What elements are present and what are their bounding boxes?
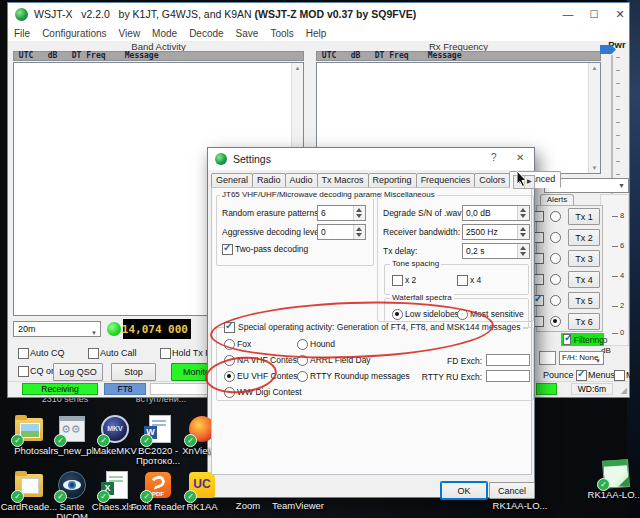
rx-bandwidth-spinner[interactable]: 2500 Hz — [462, 224, 530, 240]
log-qso-button[interactable]: Log QSO — [53, 363, 103, 381]
desktop-icon-label-rk1aa-log[interactable]: RK1AA-LO... — [490, 500, 550, 511]
menu-mode[interactable]: Mode — [146, 28, 183, 39]
tab-frequencies[interactable]: Frequencies — [416, 173, 476, 188]
sync-check-badge: ✓ — [184, 434, 197, 447]
random-erasure-spinner[interactable]: 6 — [317, 205, 366, 221]
eye-viewer-icon: ✓ — [57, 470, 87, 500]
frequency-display[interactable]: 14,074 000 — [123, 319, 191, 339]
desktop-icon-rk1aa-log-notepad[interactable]: ✓ RK1AA-LO... — [586, 458, 640, 500]
tx2-button[interactable]: Tx 2 — [568, 229, 600, 246]
desktop-icon-rk1aa-uc[interactable]: UC ✓ RK1AA — [173, 470, 231, 512]
menu-file[interactable]: File — [8, 28, 36, 39]
title-bar[interactable]: WSJT-X v2.2.0 by K1JT, G4WJS, and K9AN (… — [8, 3, 629, 25]
desktop-icon-label-teamviewer[interactable]: TeamViewer — [267, 500, 329, 511]
ok-button[interactable]: OK — [441, 482, 487, 499]
band-select-combo[interactable]: 20m▼ — [13, 321, 101, 337]
stop-button[interactable]: Stop — [111, 363, 156, 381]
tab-scroll-right-icon[interactable]: ▶ — [525, 176, 535, 188]
two-pass-checkbox[interactable] — [222, 244, 233, 255]
tab-reporting[interactable]: Reporting — [368, 173, 417, 188]
tx1-button[interactable]: Tx 1 — [568, 208, 600, 225]
degrade-spinner[interactable]: 0,0 dB — [462, 205, 530, 221]
tx3-radio[interactable] — [550, 253, 561, 264]
folder-photos-icon: ✓ — [14, 414, 44, 444]
most-sensitive-radio[interactable] — [457, 309, 468, 320]
ww-digi-radio[interactable] — [224, 387, 235, 398]
hound-radio[interactable] — [297, 339, 308, 350]
eu-vhf-radio[interactable] — [224, 371, 235, 382]
tx6-button[interactable]: Tx 6 — [568, 313, 600, 330]
auto-call-checkbox[interactable] — [88, 348, 99, 359]
fh-count-input[interactable] — [539, 351, 556, 365]
tab-radio[interactable]: Radio — [252, 173, 286, 188]
tx3-button[interactable]: Tx 3 — [568, 250, 600, 267]
menu-save[interactable]: Save — [230, 28, 265, 39]
minimize-button[interactable]: — — [555, 3, 581, 25]
filtering-toggle[interactable]: Filtering — [561, 333, 604, 346]
settings-dialog: Settings ? ✕ General Radio Audio Tx Macr… — [207, 147, 535, 498]
menu-decode[interactable]: Decode — [183, 28, 229, 39]
pwr-tick-label: 8 — [620, 211, 624, 220]
filtering-label: Filtering — [574, 335, 604, 345]
tx1-radio[interactable] — [550, 211, 561, 222]
tone-spacing-title: Tone spacing — [390, 259, 441, 268]
tx4-radio[interactable] — [550, 274, 561, 285]
tab-tx-macros[interactable]: Tx Macros — [317, 173, 369, 188]
x2-checkbox[interactable] — [392, 275, 403, 286]
sync-check-badge: ✓ — [97, 434, 110, 447]
rtty-ru-exch-input[interactable] — [486, 370, 530, 382]
scroll-up-icon[interactable]: ▲ — [292, 65, 303, 71]
close-button[interactable]: ✕ — [607, 3, 633, 25]
rtty-roundup-radio[interactable] — [297, 371, 308, 382]
hold-tx-freq-checkbox[interactable] — [160, 348, 171, 359]
dialog-title-bar[interactable]: Settings ? ✕ — [208, 148, 534, 170]
maximize-button[interactable]: ☐ — [581, 3, 607, 25]
pwr-tick-label: 4 — [620, 271, 624, 280]
filtering-checkbox[interactable] — [563, 334, 571, 345]
auto-cq-checkbox[interactable] — [18, 348, 29, 359]
mini-checkbox[interactable] — [614, 370, 625, 381]
sync-check-badge: ✓ — [140, 490, 153, 503]
chevron-down-icon: ▼ — [595, 355, 601, 367]
tab-alerts[interactable]: Alerts — [540, 194, 574, 205]
resize-grip[interactable]: ◢ — [621, 386, 627, 395]
window-title: WSJT-X v2.2.0 by K1JT, G4WJS, and K9AN (… — [34, 8, 416, 20]
menu-help[interactable]: Help — [300, 28, 333, 39]
tx-delay-spinner[interactable]: 0,2 s — [462, 243, 530, 259]
fd-exch-input[interactable] — [486, 354, 530, 366]
menu-view[interactable]: View — [113, 28, 147, 39]
tab-colors[interactable]: Colors — [474, 173, 510, 188]
scroll-up-icon[interactable]: ▲ — [589, 65, 600, 71]
menus-checkbox[interactable] — [576, 370, 587, 381]
status-watchdog: WD:6m — [571, 383, 613, 395]
menu-configurations[interactable]: Configurations — [36, 28, 112, 39]
scroll-down-icon[interactable]: ▼ — [589, 165, 600, 171]
fh-mode-combo[interactable]: F/H: None▼ — [559, 351, 604, 365]
desktop-icon-label-zoom[interactable]: Zoom — [224, 500, 272, 511]
special-activity-checkbox[interactable] — [224, 322, 235, 333]
rx-frequency-scrollbar[interactable]: ▲ ▼ — [588, 63, 600, 173]
tab-audio[interactable]: Audio — [285, 173, 318, 188]
menu-tools[interactable]: Tools — [264, 28, 299, 39]
arrl-fd-radio[interactable] — [297, 355, 308, 366]
tab-scroll-left-icon[interactable]: ◀ — [514, 176, 525, 188]
low-sidelobes-radio[interactable] — [392, 309, 403, 320]
cancel-button[interactable]: Cancel — [489, 482, 535, 499]
dialog-close-button[interactable]: ✕ — [516, 152, 524, 163]
status-progress — [536, 383, 557, 395]
aggressive-level-spinner[interactable]: 0 — [317, 224, 366, 240]
fox-radio[interactable] — [224, 339, 235, 350]
tx6-radio[interactable] — [550, 316, 561, 327]
cq-only-checkbox[interactable] — [18, 366, 29, 377]
na-vhf-radio[interactable] — [224, 355, 235, 366]
tx4-button[interactable]: Tx 4 — [568, 271, 600, 288]
tx5-button[interactable]: Tx 5 — [568, 292, 600, 309]
tx5-radio[interactable] — [550, 295, 561, 306]
pounce-label: Pounce — [543, 370, 574, 380]
tab-scroll-buttons[interactable]: ◀ ▶ — [513, 175, 535, 189]
help-button[interactable]: ? — [491, 152, 497, 163]
tx2-radio[interactable] — [550, 232, 561, 243]
tab-general[interactable]: General — [211, 173, 253, 188]
dialog-title: Settings — [233, 153, 271, 165]
x4-checkbox[interactable] — [457, 275, 468, 286]
